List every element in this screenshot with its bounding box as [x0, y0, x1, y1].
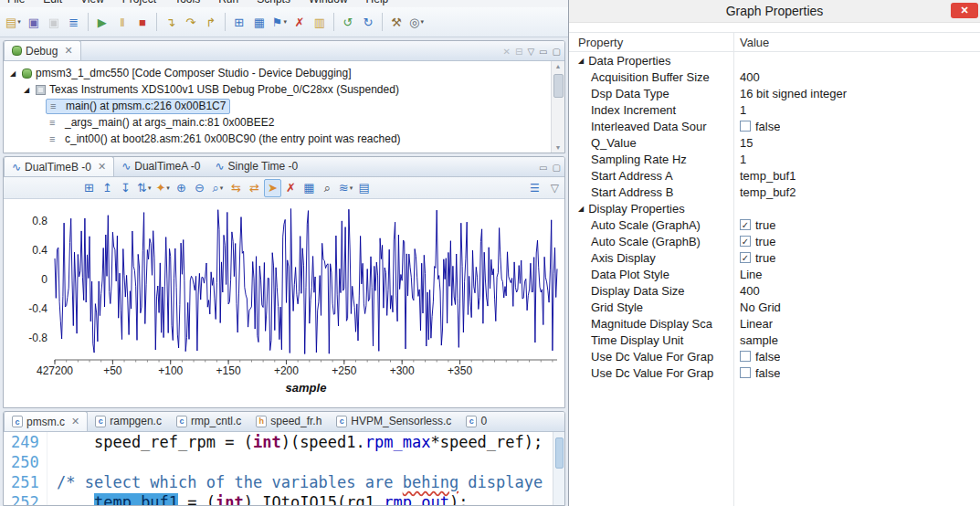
expander-icon[interactable]: ◢: [578, 57, 584, 65]
tab-pmsm-c[interactable]: cpmsm.c✕: [4, 411, 88, 431]
remove-all-terminated-icon[interactable]: ✕: [503, 47, 511, 57]
tab-speed-fr-h[interactable]: hspeed_fr.h: [248, 411, 329, 431]
property-row-auto-scale-graphb[interactable]: Auto Scale (GraphB)✓true: [569, 233, 980, 249]
track-data-icon[interactable]: ➤: [264, 179, 281, 197]
property-row-start-address-a[interactable]: Start Address Atemp_buf1: [569, 167, 980, 184]
menu-file[interactable]: File: [7, 0, 25, 6]
zoom-out-icon[interactable]: ⊖: [191, 179, 208, 197]
align-top-icon[interactable]: ↥: [99, 179, 116, 197]
align-bottom-icon[interactable]: ↧: [117, 179, 134, 197]
dropdown-arrow-icon[interactable]: ▾: [283, 18, 287, 26]
show-data-grid-icon[interactable]: ⊞: [80, 179, 98, 197]
resume-icon[interactable]: ▶: [93, 12, 111, 32]
legend-icon[interactable]: ☰: [530, 182, 540, 195]
debug-tree-row[interactable]: ≡c_int00() at boot28.asm:261 0x00BC90 (t…: [4, 131, 564, 147]
property-value[interactable]: temp_buf2: [733, 185, 796, 199]
tab-rampgen-c[interactable]: crampgen.c: [88, 411, 169, 431]
export-data-icon[interactable]: ▦: [300, 179, 318, 197]
property-value[interactable]: sample: [733, 333, 778, 347]
tree-item[interactable]: Texas Instruments XDS100v1 USB Debug Pro…: [32, 82, 403, 98]
menu-run[interactable]: Run: [218, 0, 238, 6]
tab-hvpm-sensorless-c[interactable]: cHVPM_Sensorless.c: [329, 411, 458, 431]
step-over-icon[interactable]: ↷: [182, 12, 200, 32]
column-header-value[interactable]: Value: [733, 36, 769, 49]
editor-scrollbar[interactable]: [553, 432, 564, 505]
property-row-use-dc-value-for-grap[interactable]: Use Dc Value For Grapfalse: [569, 364, 980, 381]
code-line[interactable]: 251/* select which of the variables are …: [4, 472, 564, 492]
dropdown-arrow-icon[interactable]: ▾: [166, 184, 170, 192]
property-row-sampling-rate-hz[interactable]: Sampling Rate Hz1: [569, 151, 980, 167]
profile-icon[interactable]: ▥: [311, 12, 329, 32]
minimize-icon[interactable]: ▭: [539, 163, 547, 173]
sort-icon[interactable]: ⇅▾: [135, 179, 153, 197]
dropdown-arrow-icon[interactable]: ▾: [148, 184, 152, 192]
menu-window[interactable]: Window: [309, 0, 348, 6]
tree-item[interactable]: ≡_args_main() at args_main.c:81 0x00BEE2: [46, 115, 278, 131]
debug-tree-row[interactable]: ◢pmsm3_1_dmc550 [Code Composer Studio - …: [4, 65, 564, 81]
checkbox[interactable]: [740, 367, 751, 378]
step-into-icon[interactable]: ↴: [162, 12, 180, 32]
property-value[interactable]: 400: [733, 284, 760, 298]
find-icon[interactable]: ⌕: [319, 179, 336, 197]
dropdown-arrow-icon[interactable]: ▾: [220, 184, 224, 192]
property-value[interactable]: 400: [733, 70, 760, 84]
checkbox[interactable]: ✓: [740, 219, 751, 230]
scroll-down-icon[interactable]: ▼: [555, 144, 562, 151]
new-file-icon[interactable]: ▤▾: [4, 12, 23, 32]
step-return-icon[interactable]: ↱: [202, 12, 220, 32]
property-group-data-properties[interactable]: ◢Data Properties: [569, 52, 980, 69]
column-header-property[interactable]: Property: [569, 36, 733, 49]
save-all-icon[interactable]: ▣: [45, 12, 63, 32]
code-editor[interactable]: 249 speed_ref_rpm = (int)(speed1.rpm_max…: [4, 432, 564, 505]
maximize-icon[interactable]: ▢: [553, 163, 561, 173]
menu-project[interactable]: Project: [122, 0, 156, 6]
open-console-icon[interactable]: ≣: [65, 12, 83, 32]
data-table-icon[interactable]: ▤: [355, 179, 373, 197]
menu-view[interactable]: View: [80, 0, 104, 6]
property-value[interactable]: No Grid: [733, 300, 781, 314]
property-row-interleaved-data-sour[interactable]: Interleaved Data Sourfalse: [569, 118, 980, 134]
debug-tree-row[interactable]: ≡main() at pmsm.c:216 0x00B1C7: [4, 98, 564, 114]
sync-graph-a-icon[interactable]: ⇆: [227, 179, 245, 197]
property-row-axis-display[interactable]: Axis Display✓true: [569, 249, 980, 266]
debug-scrollbar[interactable]: ▲ ▼: [551, 61, 564, 153]
registers-icon[interactable]: ⊞: [230, 12, 248, 32]
maximize-icon[interactable]: ▢: [553, 47, 561, 57]
debug-tree-row[interactable]: ≡_args_main() at args_main.c:81 0x00BEE2: [4, 114, 564, 131]
tab-single-time-0[interactable]: ∿Single Time -0: [208, 156, 306, 176]
property-row-data-plot-style[interactable]: Data Plot StyleLine: [569, 266, 980, 282]
checkbox[interactable]: ✓: [740, 252, 751, 263]
property-row-time-display-unit[interactable]: Time Display Unitsample: [569, 332, 980, 348]
property-value[interactable]: temp_buf1: [733, 169, 796, 183]
checkbox[interactable]: [740, 121, 751, 132]
tab-debug[interactable]: Debug ✕: [4, 40, 81, 60]
property-value[interactable]: ✓true: [733, 251, 775, 265]
clear-graph-icon[interactable]: ✗: [282, 179, 300, 197]
view-menu-icon[interactable]: ▽: [551, 182, 559, 195]
refresh-icon[interactable]: ↻: [359, 12, 377, 32]
property-value[interactable]: false: [733, 366, 780, 380]
checkbox[interactable]: ✓: [740, 236, 751, 247]
property-row-magnitude-display-sca[interactable]: Magnitude Display ScaLinear: [569, 315, 980, 332]
property-value[interactable]: 1: [733, 103, 746, 117]
remove-breakpoint-icon[interactable]: ✗: [290, 12, 309, 32]
property-value[interactable]: ✓true: [733, 218, 775, 232]
tab-rmp-cntl-c[interactable]: crmp_cntl.c: [169, 411, 248, 431]
close-tab-icon[interactable]: ✕: [98, 161, 106, 173]
property-value[interactable]: 15: [733, 136, 753, 150]
code-line[interactable]: 249 speed_ref_rpm = (int)(speed1.rpm_max…: [4, 432, 564, 452]
dropdown-arrow-icon[interactable]: ▾: [17, 18, 21, 26]
zoom-box-icon[interactable]: ⌕▾: [209, 179, 227, 197]
checkbox[interactable]: [740, 351, 751, 362]
scroll-up-icon[interactable]: ▲: [555, 63, 562, 69]
selected-stack-frame[interactable]: ≡main() at pmsm.c:216 0x00B1C7: [46, 99, 230, 114]
view-menu-icon[interactable]: ▽: [527, 47, 534, 57]
property-row-auto-scale-grapha[interactable]: Auto Scale (GraphA)✓true: [569, 216, 980, 233]
zoom-in-icon[interactable]: ⊕: [173, 179, 190, 197]
menu-scripts[interactable]: Scripts: [257, 0, 290, 6]
close-button[interactable]: ✕: [951, 3, 978, 18]
expander-icon[interactable]: ◢: [21, 86, 32, 94]
property-row-use-dc-value-for-grap[interactable]: Use Dc Value For Grapfalse: [569, 348, 980, 364]
close-tab-icon[interactable]: ✕: [64, 45, 72, 57]
menu-tools[interactable]: Tools: [174, 0, 200, 6]
